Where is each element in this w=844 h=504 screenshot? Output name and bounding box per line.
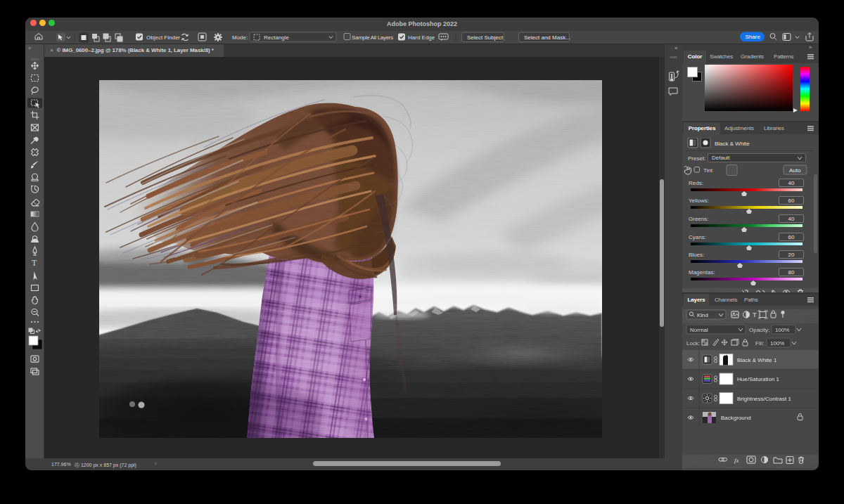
svg-text:Brightness/Contrast 1: Brightness/Contrast 1 bbox=[737, 396, 791, 402]
svg-text:Hard Edge: Hard Edge bbox=[408, 34, 435, 41]
svg-text:Share: Share bbox=[746, 34, 761, 40]
svg-text:«: « bbox=[674, 45, 678, 51]
svg-text:100%: 100% bbox=[770, 340, 784, 347]
svg-text:100%: 100% bbox=[775, 327, 789, 333]
svg-text:Hue/Saturation 1: Hue/Saturation 1 bbox=[737, 376, 780, 382]
svg-text:Tint: Tint bbox=[703, 167, 713, 174]
svg-text:Normal: Normal bbox=[690, 327, 708, 333]
svg-text:Auto: Auto bbox=[789, 167, 801, 174]
svg-text:Mode:: Mode: bbox=[232, 34, 248, 41]
svg-text:Black & White: Black & White bbox=[715, 141, 750, 147]
svg-text:Lock:: Lock: bbox=[686, 340, 700, 347]
svg-text:Rectangle: Rectangle bbox=[264, 34, 290, 41]
svg-text:Black & White 1: Black & White 1 bbox=[737, 357, 777, 363]
svg-text:Sample All Layers: Sample All Layers bbox=[352, 34, 393, 41]
svg-text:Background: Background bbox=[721, 415, 751, 421]
svg-text:Opacity:: Opacity: bbox=[749, 327, 769, 333]
svg-text:Fill:: Fill: bbox=[755, 340, 764, 347]
svg-text:»: » bbox=[28, 45, 32, 51]
svg-text:Select Subject: Select Subject bbox=[467, 34, 504, 41]
svg-text:Select and Mask...: Select and Mask... bbox=[524, 34, 570, 41]
svg-text:Object Finder: Object Finder bbox=[146, 34, 180, 41]
svg-text:T: T bbox=[32, 258, 37, 268]
